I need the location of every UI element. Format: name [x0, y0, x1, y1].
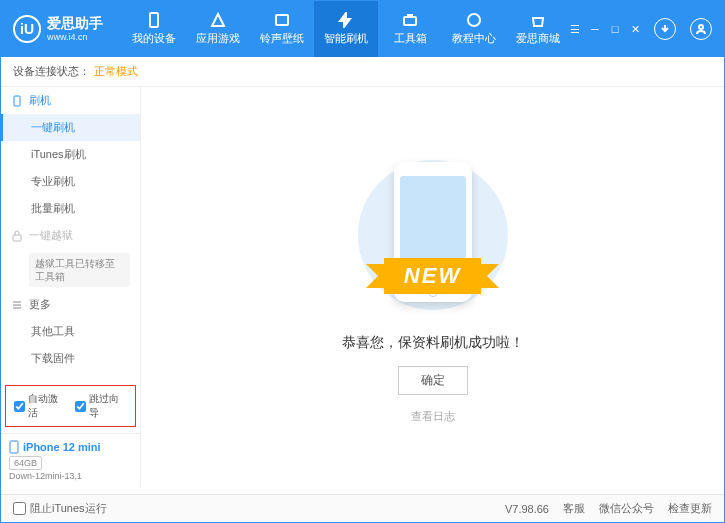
footer: 阻止iTunes运行 V7.98.66 客服 微信公众号 检查更新 — [1, 494, 724, 522]
close-icon[interactable]: ✕ — [630, 24, 640, 34]
nav-ringtones[interactable]: 铃声壁纸 — [250, 1, 314, 57]
sidebar-item-pro-flash[interactable]: 专业刷机 — [1, 168, 140, 195]
jailbreak-note: 越狱工具已转移至工具箱 — [29, 253, 130, 287]
checkbox-highlight-box: 自动激活 跳过向导 — [5, 385, 136, 427]
block-itunes-checkbox[interactable]: 阻止iTunes运行 — [13, 501, 107, 516]
sidebar-item-other-tools[interactable]: 其他工具 — [1, 318, 140, 345]
nav-my-device[interactable]: 我的设备 — [122, 1, 186, 57]
main-nav: 我的设备 应用游戏 铃声壁纸 智能刷机 工具箱 教程中心 爱思商城 — [122, 1, 570, 57]
status-bar: 设备连接状态： 正常模式 — [1, 57, 724, 87]
sidebar-item-batch-flash[interactable]: 批量刷机 — [1, 195, 140, 222]
brand-name: 爱思助手 — [47, 16, 103, 31]
main-content: NEW 恭喜您，保资料刷机成功啦！ 确定 查看日志 — [141, 87, 724, 487]
brand: iU 爱思助手 www.i4.cn — [13, 15, 122, 43]
checkbox-auto-activate[interactable]: 自动激活 — [14, 392, 67, 420]
success-message: 恭喜您，保资料刷机成功啦！ — [342, 334, 524, 352]
customer-service-link[interactable]: 客服 — [563, 501, 585, 516]
view-log-link[interactable]: 查看日志 — [411, 409, 455, 424]
window-controls: ☰ ─ □ ✕ — [570, 18, 724, 40]
ok-button[interactable]: 确定 — [398, 366, 468, 395]
nav-apps[interactable]: 应用游戏 — [186, 1, 250, 57]
sidebar-item-itunes-flash[interactable]: iTunes刷机 — [1, 141, 140, 168]
sidebar-item-oneclick-flash[interactable]: 一键刷机 — [1, 114, 140, 141]
maximize-icon[interactable]: □ — [610, 24, 620, 34]
sidebar: 刷机 一键刷机 iTunes刷机 专业刷机 批量刷机 一键越狱 越狱工具已转移至… — [1, 87, 141, 487]
sidebar-group-flash[interactable]: 刷机 — [1, 87, 140, 114]
menu-icon[interactable]: ☰ — [570, 24, 580, 34]
new-ribbon: NEW — [384, 258, 481, 294]
logo-icon: iU — [13, 15, 41, 43]
svg-point-3 — [468, 14, 480, 26]
svg-rect-2 — [404, 17, 416, 25]
svg-rect-5 — [14, 96, 20, 106]
svg-point-4 — [699, 25, 703, 29]
nav-store[interactable]: 爱思商城 — [506, 1, 570, 57]
sidebar-item-download-firmware[interactable]: 下载固件 — [1, 345, 140, 372]
sidebar-group-more[interactable]: 更多 — [1, 291, 140, 318]
sidebar-item-advanced[interactable]: 高级功能 — [1, 372, 140, 379]
user-icon[interactable] — [690, 18, 712, 40]
nav-flash[interactable]: 智能刷机 — [314, 1, 378, 57]
wechat-link[interactable]: 微信公众号 — [599, 501, 654, 516]
device-panel[interactable]: iPhone 12 mini 64GB Down-12mini-13,1 — [1, 433, 140, 487]
download-icon[interactable] — [654, 18, 676, 40]
nav-tutorials[interactable]: 教程中心 — [442, 1, 506, 57]
device-storage: 64GB — [9, 456, 42, 470]
status-label: 设备连接状态： — [13, 64, 90, 79]
status-value: 正常模式 — [94, 64, 138, 79]
checkbox-skip-setup[interactable]: 跳过向导 — [75, 392, 128, 420]
sidebar-group-jailbreak: 一键越狱 — [1, 222, 140, 249]
svg-rect-0 — [150, 13, 158, 27]
minimize-icon[interactable]: ─ — [590, 24, 600, 34]
device-sub: Down-12mini-13,1 — [9, 471, 132, 481]
svg-rect-7 — [10, 441, 18, 453]
device-name: iPhone 12 mini — [9, 440, 132, 454]
version-label: V7.98.66 — [505, 503, 549, 515]
check-update-link[interactable]: 检查更新 — [668, 501, 712, 516]
svg-rect-1 — [276, 15, 288, 25]
brand-url: www.i4.cn — [47, 32, 103, 42]
svg-rect-6 — [13, 235, 21, 241]
app-header: iU 爱思助手 www.i4.cn 我的设备 应用游戏 铃声壁纸 智能刷机 工具… — [1, 1, 724, 57]
nav-toolbox[interactable]: 工具箱 — [378, 1, 442, 57]
success-illustration: NEW — [348, 150, 518, 320]
